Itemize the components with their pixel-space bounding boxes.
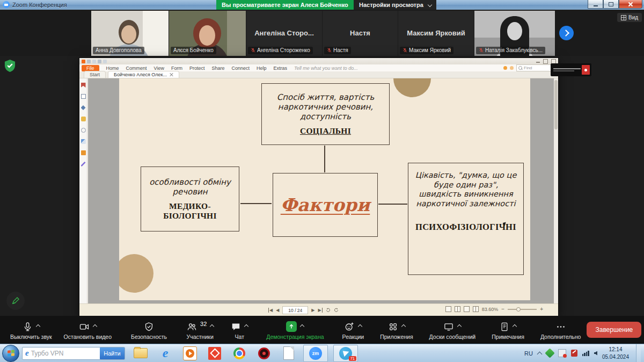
chevron-up-icon[interactable]: [300, 324, 304, 329]
whiteboards-button[interactable]: Доски сообщений: [423, 316, 482, 344]
chevron-up-icon[interactable]: [93, 324, 97, 329]
zoom-slider-knob[interactable]: [516, 307, 521, 312]
menu-form[interactable]: Form: [171, 66, 182, 71]
tab-start[interactable]: Start: [84, 71, 106, 78]
sync-error-tray-icon[interactable]: [558, 349, 566, 357]
end-meeting-button[interactable]: Завершение: [587, 322, 641, 338]
apps-button[interactable]: Приложения: [374, 316, 419, 344]
menu-connect[interactable]: Connect: [231, 66, 250, 71]
chevron-up-icon[interactable]: [457, 324, 462, 329]
close-button[interactable]: [619, 0, 642, 9]
zoom-in-icon[interactable]: +: [540, 306, 543, 312]
menu-protect[interactable]: Protect: [189, 66, 205, 71]
prev-page-icon[interactable]: ◀: [276, 308, 279, 313]
zoom-slider[interactable]: [508, 309, 537, 310]
mute-button[interactable]: Выключить звук: [4, 316, 58, 344]
share-screen-button[interactable]: Демонстрация экрана: [260, 316, 330, 344]
notes-button[interactable]: Примечания: [486, 316, 530, 344]
rotate-right-icon[interactable]: [334, 308, 339, 313]
language-indicator[interactable]: RU: [524, 350, 533, 357]
notification-icon[interactable]: [510, 66, 514, 70]
chrome-icon[interactable]: [230, 345, 248, 361]
tell-me-box[interactable]: Tell me what you want to do...: [294, 66, 358, 71]
participant-tile-maksym[interactable]: Максим Ярковий Максим Ярковий: [398, 11, 474, 56]
tab-close-icon[interactable]: [170, 73, 173, 76]
participant-tile-natalia[interactable]: Наталія Закаблуківсь...: [474, 11, 555, 56]
bookmarks-panel-icon[interactable]: [81, 83, 86, 88]
pages-panel-icon[interactable]: [81, 94, 86, 99]
menu-share[interactable]: Share: [211, 66, 224, 71]
maximize-button[interactable]: [603, 0, 619, 9]
view-mode-book-icon[interactable]: [473, 306, 479, 312]
telegram-taskbar-button[interactable]: 71: [333, 345, 358, 362]
page-number-box[interactable]: 10 / 24: [282, 306, 308, 314]
participant-tile-anhelina[interactable]: Ангеліна Сторо... Ангеліна Стороженко: [246, 11, 322, 56]
last-page-icon[interactable]: ▶: [318, 308, 322, 313]
quick-access-icon[interactable]: [87, 60, 91, 63]
encryption-shield-icon[interactable]: [4, 59, 16, 73]
view-mode-continuous-icon[interactable]: [464, 306, 470, 312]
document-app-icon[interactable]: [280, 345, 298, 361]
tab-document[interactable]: Бойченко Алеся Олек...: [108, 71, 179, 78]
scrollbar-thumb[interactable]: [554, 80, 558, 129]
security-button[interactable]: Безопасность: [125, 316, 173, 344]
zoom-out-icon[interactable]: −: [501, 306, 504, 312]
muted-device-tray-icon[interactable]: [571, 350, 577, 357]
chevron-up-icon[interactable]: [244, 324, 248, 329]
next-participants-button[interactable]: [559, 26, 574, 40]
images-panel-icon[interactable]: [81, 150, 86, 155]
view-mode-facing-icon[interactable]: [455, 306, 460, 312]
view-options-dropdown[interactable]: Настройки просмотра: [354, 0, 436, 10]
participant-tile-anna[interactable]: Анна Довгополова: [91, 11, 169, 56]
network-signal-icon[interactable]: [582, 351, 589, 356]
rotate-left-icon[interactable]: [326, 308, 331, 313]
quick-access-icon[interactable]: [92, 60, 96, 63]
dark-red-app-icon[interactable]: [255, 345, 273, 361]
chevron-up-icon[interactable]: [401, 324, 406, 329]
reactions-button[interactable]: Реакции: [336, 316, 370, 344]
search-submit-button[interactable]: Найти: [100, 347, 125, 359]
first-page-icon[interactable]: ◀: [268, 308, 273, 313]
vertical-scrollbar[interactable]: [554, 78, 558, 303]
participants-button[interactable]: 32 Участники: [180, 316, 219, 344]
taskbar-search-box[interactable]: e Турбо VPN Найти: [22, 347, 125, 360]
tray-expand-icon[interactable]: [537, 351, 542, 357]
zoom-taskbar-button[interactable]: zm: [303, 345, 328, 362]
quick-access-icon[interactable]: [82, 60, 85, 63]
comments-panel-icon[interactable]: [81, 117, 86, 121]
chat-button[interactable]: Чат: [225, 316, 254, 344]
media-player-icon[interactable]: [181, 345, 199, 361]
internet-explorer-icon[interactable]: e: [156, 345, 174, 361]
file-explorer-icon[interactable]: [131, 345, 150, 361]
upgrade-icon[interactable]: [503, 66, 507, 70]
doc-maximize-icon[interactable]: [543, 59, 548, 64]
minimize-button[interactable]: [588, 0, 603, 9]
view-layout-button[interactable]: Вид: [617, 13, 642, 22]
annotate-pencil-button[interactable]: [6, 292, 25, 310]
tools-panel-icon[interactable]: [81, 162, 86, 166]
quick-access-icon[interactable]: [103, 60, 107, 63]
doc-minimize-icon[interactable]: [536, 59, 540, 63]
stop-video-button[interactable]: Остановить видео: [58, 316, 118, 344]
chevron-up-icon[interactable]: [210, 324, 214, 329]
volume-icon[interactable]: [594, 351, 597, 356]
taskbar-clock[interactable]: 12:14 05.04.2024: [602, 346, 631, 360]
red-diamond-app-icon[interactable]: [206, 345, 224, 361]
start-button[interactable]: [2, 345, 19, 362]
layers-panel-icon[interactable]: [81, 105, 86, 110]
menu-comment[interactable]: Comment: [126, 66, 147, 71]
more-button[interactable]: Дополнительно: [535, 316, 587, 344]
antivirus-tray-icon[interactable]: [545, 348, 554, 358]
next-page-icon[interactable]: ▶: [311, 308, 314, 313]
participant-tile-alesia[interactable]: Алєся Бойченко: [169, 11, 246, 56]
menu-file[interactable]: File: [82, 65, 99, 71]
show-desktop-button[interactable]: [636, 344, 641, 362]
quick-access-icon[interactable]: [98, 60, 101, 63]
menu-help[interactable]: Help: [257, 66, 267, 71]
signature-panel-icon[interactable]: [81, 139, 86, 144]
menu-view[interactable]: View: [154, 66, 164, 71]
find-input[interactable]: Find: [516, 64, 554, 71]
attachments-panel-icon[interactable]: [81, 128, 86, 133]
chevron-up-icon[interactable]: [36, 324, 40, 329]
view-mode-single-icon[interactable]: [445, 306, 451, 312]
